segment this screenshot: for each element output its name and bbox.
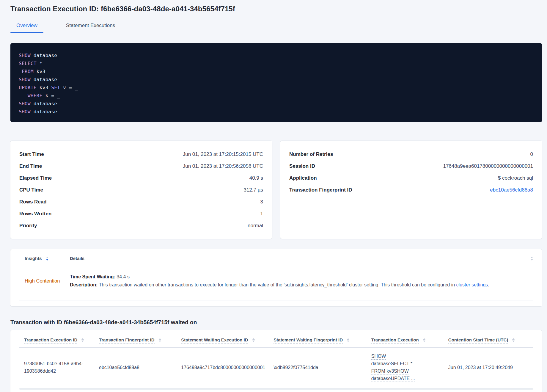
transaction-details-page: Transaction Execution ID: f6be6366-da03-… bbox=[0, 0, 547, 392]
sort-icon[interactable] bbox=[423, 338, 425, 342]
session-details-card: Number of Retries 0 Session ID 17648a9ee… bbox=[280, 141, 542, 239]
session-id-label: Session ID bbox=[289, 163, 315, 169]
summary-row: Number of Retries 0 bbox=[289, 148, 533, 160]
column-header-label[interactable]: Transaction Fingerprint ID bbox=[99, 337, 155, 344]
waited-on-heading: Transaction with ID f6be6366-da03-48de-a… bbox=[10, 319, 542, 326]
cell-contention-start-time: Jun 01, 2023 at 17:20:49:2049 bbox=[448, 364, 533, 371]
sort-icon[interactable] bbox=[81, 338, 84, 342]
start-time-value: Jun 01, 2023 at 17:20:15:2015 UTC bbox=[183, 151, 263, 157]
insight-details: Time Spent Waiting: 34.4 s Description: … bbox=[70, 273, 533, 289]
table-bottom-divider bbox=[19, 388, 533, 390]
sql-text: database bbox=[31, 77, 57, 82]
sql-keyword: SHOW bbox=[19, 109, 31, 115]
sql-line: SELECT * bbox=[19, 59, 534, 68]
tab-statement-executions[interactable]: Statement Executions bbox=[60, 20, 121, 33]
divider bbox=[19, 300, 533, 300]
column-header-label[interactable]: Contention Start Time (UTC) bbox=[448, 337, 508, 344]
column-header-contention-start-time: Contention Start Time (UTC) bbox=[448, 337, 533, 344]
insights-header-label[interactable]: Insights bbox=[25, 256, 42, 262]
start-time-label: Start Time bbox=[19, 151, 44, 157]
column-header-label[interactable]: Statement Waiting Fingerprint ID bbox=[274, 337, 343, 344]
time-spent-waiting-line: Time Spent Waiting: 34.4 s bbox=[70, 273, 533, 281]
tab-overview[interactable]: Overview bbox=[10, 20, 43, 33]
transaction-fingerprint-id-label: Transaction Fingerprint ID bbox=[289, 187, 352, 193]
elapsed-time-label: Elapsed Time bbox=[19, 175, 52, 181]
column-header-statement-waiting-execution-id: Statement Waiting Execution ID bbox=[181, 337, 274, 344]
execution-times-card: Start Time Jun 01, 2023 at 17:20:15:2015… bbox=[10, 141, 272, 239]
priority-label: Priority bbox=[19, 223, 37, 229]
sql-line: SHOW database bbox=[19, 108, 534, 116]
transaction-fingerprint-id-link[interactable]: ebc10ae56cfd88a8 bbox=[490, 187, 533, 193]
application-value: $ cockroach sql bbox=[498, 175, 533, 181]
insights-card: Insights Details High Contention Time Sp… bbox=[10, 249, 542, 306]
elapsed-time-value: 40.9 s bbox=[249, 175, 263, 181]
cell-statement-waiting-execution-id: 176498a9c717bdc80000000000000001 bbox=[181, 364, 274, 371]
session-id-value: 17648a9eea6017800000000000000001 bbox=[443, 163, 533, 169]
sort-icon[interactable] bbox=[512, 338, 515, 342]
description-line: Description: This transaction waited on … bbox=[70, 281, 533, 289]
description-suffix: . bbox=[488, 282, 489, 287]
waited-on-table-card: Transaction Execution ID Transaction Fin… bbox=[10, 330, 542, 392]
time-spent-waiting-value: 34.4 s bbox=[117, 274, 130, 279]
sql-keyword: SET bbox=[51, 85, 60, 90]
sql-text: * bbox=[37, 61, 43, 66]
insight-row: High Contention Time Spent Waiting: 34.4… bbox=[19, 266, 533, 297]
summary-row: Priority normal bbox=[19, 220, 263, 232]
summary-row: Transaction Fingerprint ID ebc10ae56cfd8… bbox=[289, 184, 533, 196]
transaction-execution-link[interactable]: SHOW databaseSELECT * FROM kv3SHOW datab… bbox=[371, 352, 424, 382]
table-row: 9738d051-bc0e-4158-a9b4-1903586ddd42 ebc… bbox=[19, 348, 533, 388]
rows-read-label: Rows Read bbox=[19, 199, 47, 205]
sort-icon[interactable] bbox=[531, 257, 533, 261]
sql-text: v = _ bbox=[60, 85, 78, 90]
sql-keyword: FROM bbox=[19, 69, 34, 74]
sql-keyword: SHOW bbox=[19, 53, 31, 58]
sql-text: database bbox=[31, 101, 57, 106]
sql-text: database bbox=[31, 109, 57, 115]
column-header-label[interactable]: Transaction Execution bbox=[371, 337, 419, 344]
column-header-transaction-fingerprint-id: Transaction Fingerprint ID bbox=[99, 337, 181, 344]
summary-row: End Time Jun 01, 2023 at 17:20:56:2056 U… bbox=[19, 160, 263, 172]
time-spent-waiting-label: Time Spent Waiting: bbox=[70, 274, 115, 279]
number-of-retries-label: Number of Retries bbox=[289, 151, 333, 157]
tab-bar: Overview Statement Executions bbox=[10, 20, 542, 33]
cell-transaction-execution-id: 9738d051-bc0e-4158-a9b4-1903586ddd42 bbox=[19, 360, 91, 375]
summary-row: Start Time Jun 01, 2023 at 17:20:15:2015… bbox=[19, 148, 263, 160]
sort-icon[interactable] bbox=[252, 338, 255, 342]
sort-icon[interactable] bbox=[159, 338, 161, 342]
rows-written-value: 1 bbox=[260, 211, 263, 217]
sort-icon[interactable] bbox=[347, 338, 349, 342]
sql-keyword: SELECT bbox=[19, 61, 37, 66]
details-header-label[interactable]: Details bbox=[70, 256, 84, 262]
description-text: This transaction waited on other transac… bbox=[99, 282, 455, 287]
summary-row: Session ID 17648a9eea6017800000000000000… bbox=[289, 160, 533, 172]
sql-keyword: SHOW bbox=[19, 101, 31, 106]
number-of-retries-value: 0 bbox=[530, 151, 533, 157]
summary-row: Application $ cockroach sql bbox=[289, 172, 533, 184]
page-title: Transaction Execution ID: f6be6366-da03-… bbox=[10, 5, 542, 13]
column-header-transaction-execution-id: Transaction Execution ID bbox=[19, 337, 99, 344]
cluster-settings-link[interactable]: cluster settings bbox=[456, 282, 488, 287]
sql-keyword: WHERE bbox=[19, 93, 42, 98]
sql-text: kv3 bbox=[34, 69, 45, 74]
sql-keyword: SHOW bbox=[19, 77, 31, 82]
sql-statements-box: SHOW databaseSELECT * FROM kv3SHOW datab… bbox=[10, 43, 542, 122]
waited-table-header: Transaction Execution ID Transaction Fin… bbox=[19, 330, 533, 344]
end-time-label: End Time bbox=[19, 163, 42, 169]
insights-column-header: Insights bbox=[19, 256, 70, 262]
rows-written-label: Rows Written bbox=[19, 211, 51, 217]
priority-value: normal bbox=[248, 223, 263, 229]
application-label: Application bbox=[289, 175, 317, 181]
summary-cards-row: Start Time Jun 01, 2023 at 17:20:15:2015… bbox=[10, 141, 542, 239]
insight-type-badge: High Contention bbox=[19, 278, 70, 284]
summary-row: Rows Read 3 bbox=[19, 196, 263, 208]
sql-text: kv3 bbox=[37, 85, 51, 90]
cpu-time-value: 312.7 µs bbox=[243, 187, 263, 193]
end-time-value: Jun 01, 2023 at 17:20:56:2056 UTC bbox=[183, 163, 263, 169]
sort-icon[interactable] bbox=[46, 257, 48, 261]
cell-transaction-fingerprint-id: ebc10ae56cfd88a8 bbox=[99, 364, 181, 371]
column-header-label[interactable]: Transaction Execution ID bbox=[24, 337, 77, 344]
column-header-label[interactable]: Statement Waiting Execution ID bbox=[181, 337, 248, 344]
cpu-time-label: CPU Time bbox=[19, 187, 43, 193]
summary-row: Rows Written 1 bbox=[19, 208, 263, 220]
sql-line: FROM kv3 bbox=[19, 68, 534, 76]
